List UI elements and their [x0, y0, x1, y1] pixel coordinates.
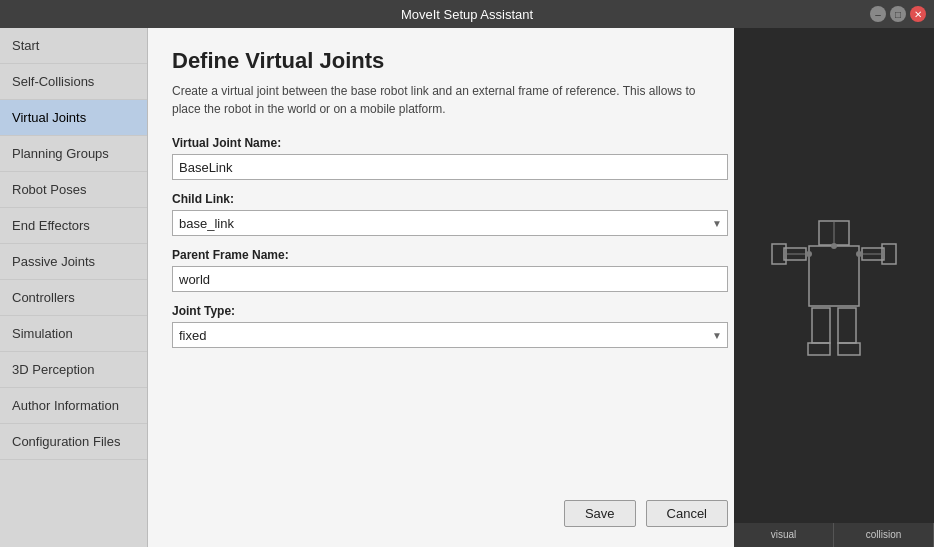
svg-rect-7 [808, 343, 830, 355]
joint-name-group: Virtual Joint Name: [172, 136, 710, 180]
maximize-button[interactable]: □ [890, 6, 906, 22]
main-window: MoveIt Setup Assistant – □ ✕ StartSelf-C… [0, 0, 934, 547]
sidebar-item-start[interactable]: Start [0, 28, 147, 64]
window-title: MoveIt Setup Assistant [64, 7, 870, 22]
sidebar-item-self-collisions[interactable]: Self-Collisions [0, 64, 147, 100]
sidebar-item-controllers[interactable]: Controllers [0, 280, 147, 316]
child-link-wrapper: base_link [172, 210, 728, 236]
robot-svg [764, 176, 904, 376]
visual-tab[interactable]: visual [734, 523, 834, 547]
minimize-button[interactable]: – [870, 6, 886, 22]
sidebar-item-passive-joints[interactable]: Passive Joints [0, 244, 147, 280]
close-button[interactable]: ✕ [910, 6, 926, 22]
joint-type-group: Joint Type: fixed [172, 304, 710, 348]
parent-frame-input[interactable] [172, 266, 728, 292]
sidebar: StartSelf-CollisionsVirtual JointsPlanni… [0, 28, 148, 547]
svg-rect-0 [809, 246, 859, 306]
sidebar-item-end-effectors[interactable]: End Effectors [0, 208, 147, 244]
sidebar-item-planning-groups[interactable]: Planning Groups [0, 136, 147, 172]
joint-name-label: Virtual Joint Name: [172, 136, 710, 150]
sidebar-item-author-information[interactable]: Author Information [0, 388, 147, 424]
page-title: Define Virtual Joints [172, 48, 710, 74]
robot-3d-view [734, 28, 934, 523]
save-button[interactable]: Save [564, 500, 636, 527]
robot-view-tabs: visual collision [734, 523, 934, 547]
svg-rect-9 [838, 343, 860, 355]
sidebar-item-configuration-files[interactable]: Configuration Files [0, 424, 147, 460]
sidebar-item-3d-perception[interactable]: 3D Perception [0, 352, 147, 388]
child-link-label: Child Link: [172, 192, 710, 206]
page-description: Create a virtual joint between the base … [172, 82, 710, 118]
joint-type-label: Joint Type: [172, 304, 710, 318]
parent-frame-label: Parent Frame Name: [172, 248, 710, 262]
joint-type-wrapper: fixed [172, 322, 728, 348]
sidebar-item-robot-poses[interactable]: Robot Poses [0, 172, 147, 208]
collision-tab[interactable]: collision [834, 523, 934, 547]
window-controls: – □ ✕ [870, 6, 926, 22]
sidebar-item-virtual-joints[interactable]: Virtual Joints [0, 100, 147, 136]
child-link-group: Child Link: base_link [172, 192, 710, 236]
svg-rect-6 [812, 308, 830, 343]
parent-frame-group: Parent Frame Name: [172, 248, 710, 292]
cancel-button[interactable]: Cancel [646, 500, 728, 527]
svg-rect-8 [838, 308, 856, 343]
main-panel: Define Virtual Joints Create a virtual j… [148, 28, 734, 547]
titlebar: MoveIt Setup Assistant – □ ✕ [0, 0, 934, 28]
action-buttons: Save Cancel [172, 484, 728, 527]
child-link-select[interactable]: base_link [172, 210, 728, 236]
joint-name-input[interactable] [172, 154, 728, 180]
robot-preview-panel: visual collision [734, 28, 934, 547]
content-area: StartSelf-CollisionsVirtual JointsPlanni… [0, 28, 934, 547]
joint-type-select[interactable]: fixed [172, 322, 728, 348]
sidebar-item-simulation[interactable]: Simulation [0, 316, 147, 352]
